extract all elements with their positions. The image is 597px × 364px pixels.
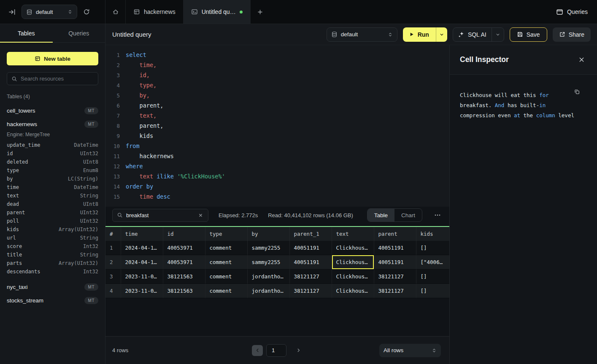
column-parts[interactable]: partsArray(UInt32) [0,259,105,267]
column-header-id[interactable]: id [163,226,205,241]
table-cell[interactable]: 40051191 [374,241,416,255]
table-cell[interactable]: [] [416,270,449,284]
query-database-selector[interactable]: default [327,27,397,42]
table-cell[interactable]: 40053971 [163,255,205,270]
column-header-text[interactable]: text [332,226,374,241]
view-chart-button[interactable]: Chart [394,209,422,221]
column-text[interactable]: textString [0,191,105,200]
results-menu-button[interactable] [432,210,443,220]
sql-ai-options-button[interactable] [492,28,504,41]
table-cell[interactable]: Clickhouse… [332,241,374,255]
page-number-input[interactable]: 1 [266,344,286,357]
sql-editor[interactable]: 1select2 time,3 id,4 type,5 by,6 parent,… [105,45,449,207]
sidebar-collapse-button[interactable] [7,7,17,17]
column-header-type[interactable]: type [205,226,247,241]
results-search-input[interactable] [112,209,208,222]
column-header-parent[interactable]: parent [374,226,416,241]
column-name: update_time [7,142,40,148]
table-cell[interactable]: 38121563 [163,270,205,284]
sidebar-search-field[interactable] [21,75,94,82]
column-title[interactable]: titleString [0,251,105,259]
column-header-by[interactable]: by [247,226,289,241]
table-cell[interactable]: Clickhouse… [332,255,374,270]
column-score[interactable]: scoreInt32 [0,242,105,251]
column-dead[interactable]: deadUInt8 [0,200,105,208]
column-type[interactable]: typeEnum8 [0,166,105,175]
sql-ai-button[interactable]: SQL AI [453,28,492,41]
run-options-button[interactable] [436,27,447,42]
new-table-button[interactable]: New table [7,52,98,65]
table-cell[interactable]: 38121127 [289,270,332,284]
table-cell[interactable]: [] [416,241,449,255]
page-size-selector[interactable]: All rows [379,344,441,357]
table-cell[interactable]: 40051191 [374,255,416,270]
table-cell[interactable]: 38121127 [374,270,416,284]
sidebar-table-nyc-taxi[interactable]: nyc_taxi MT [0,280,105,294]
table-cell[interactable]: 40051191 [289,241,332,255]
table-cell[interactable]: Clickhouse… [332,270,374,284]
sidebar-tab-queries[interactable]: Queries [53,24,105,42]
table-cell[interactable]: ["40066964… [416,255,449,270]
table-cell[interactable]: comment [205,270,247,284]
tab-home[interactable] [105,0,126,24]
save-button[interactable]: Save [510,27,547,42]
table-cell[interactable]: [] [416,284,449,298]
results-search-field[interactable] [126,212,194,218]
table-cell[interactable]: 2024-04-16… [121,255,163,270]
sidebar-search-input[interactable] [7,72,98,85]
table-cell[interactable]: 2023-11-02… [121,270,163,284]
table-cell[interactable]: 2023-11-02… [121,284,163,298]
table-cell[interactable]: sammy2255 [247,241,289,255]
table-cell[interactable]: 2024-04-16… [121,241,163,255]
table-cell[interactable]: comment [205,284,247,298]
share-button[interactable]: Share [553,27,591,42]
column-kids[interactable]: kidsArray(UInt32) [0,225,105,234]
column-header-kids[interactable]: kids [416,226,449,241]
row-number-cell[interactable]: 1 [105,241,121,255]
column-header-num[interactable]: # [105,226,121,241]
column-by[interactable]: byLC(String) [0,175,105,183]
table-cell[interactable]: comment [205,255,247,270]
clear-search-button[interactable] [197,212,204,218]
row-number-cell[interactable]: 3 [105,270,121,284]
column-parent[interactable]: parentUInt32 [0,208,105,217]
run-button[interactable]: Run [403,27,436,42]
column-update_time[interactable]: update_timeDateTime [0,141,105,149]
sidebar-table-stocks-stream[interactable]: stocks_stream MT [0,294,105,307]
column-descendants[interactable]: descendantsInt32 [0,267,105,276]
topbar-database-selector[interactable]: default [22,5,77,19]
table-cell[interactable]: 40051191 [289,255,332,270]
new-tab-button[interactable] [251,0,270,24]
table-cell[interactable]: comment [205,241,247,255]
column-id[interactable]: idUInt32 [0,149,105,158]
table-cell[interactable]: sammy2255 [247,255,289,270]
refresh-button[interactable] [81,7,92,17]
table-cell[interactable]: 38121127 [374,284,416,298]
column-time[interactable]: timeDateTime [0,183,105,191]
table-cell[interactable]: Clickhouse… [332,284,374,298]
tab-untitled-query[interactable]: Untitled qu… [184,0,251,24]
close-inspector-button[interactable] [578,56,586,64]
table-cell[interactable]: 40053971 [163,241,205,255]
column-deleted[interactable]: deletedUInt8 [0,158,105,166]
column-header-parent_1[interactable]: parent_1 [289,226,332,241]
column-header-time[interactable]: time [121,226,163,241]
table-cell[interactable]: jordanthoms [247,270,289,284]
table-cell[interactable]: jordanthoms [247,284,289,298]
sidebar-table-cell-towers[interactable]: cell_towers MT [0,104,105,117]
sidebar-table-hackernews[interactable]: hackernews MT [0,117,105,131]
queries-button[interactable]: Queries [556,8,588,16]
tab-hackernews[interactable]: hackernews [126,0,184,24]
sidebar-tab-tables[interactable]: Tables [0,24,53,42]
view-table-button[interactable]: Table [367,209,394,221]
row-number-cell[interactable]: 2 [105,255,121,270]
column-url[interactable]: urlString [0,234,105,242]
new-table-label: New table [44,56,70,62]
column-poll[interactable]: pollUInt32 [0,217,105,225]
table-cell[interactable]: 38121563 [163,284,205,298]
copy-cell-button[interactable] [573,88,581,96]
next-page-button[interactable] [294,346,303,355]
prev-page-button[interactable] [252,345,263,356]
table-cell[interactable]: 38121127 [289,284,332,298]
row-number-cell[interactable]: 4 [105,284,121,298]
